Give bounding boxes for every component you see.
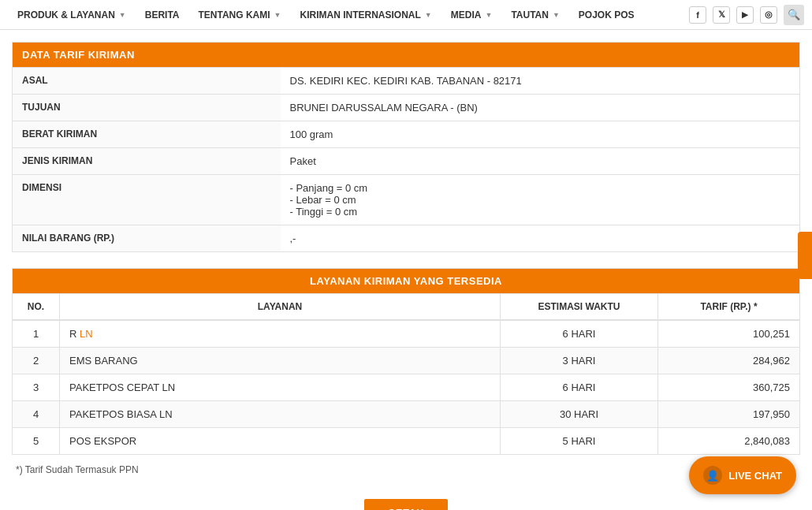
services-header-row: NO. LAYANAN ESTIMASI WAKTU TARIF (RP.) *	[13, 294, 800, 321]
nav-tentang-arrow: ▼	[274, 11, 281, 19]
cell-estimasi-4: 30 HARI	[501, 401, 658, 428]
print-button[interactable]: CETAK	[364, 499, 448, 510]
cell-layanan-2: EMS BARANG	[60, 348, 501, 374]
value-tujuan: BRUNEI DARUSSALAM NEGARA - (BN)	[281, 95, 800, 121]
label-berat: BERAT KIRIMAN	[13, 121, 281, 148]
navbar: PRODUK & LAYANAN ▼ BERITA TENTANG KAMI ▼…	[0, 0, 812, 30]
nav-produk-layanan[interactable]: PRODUK & LAYANAN ▼	[8, 0, 136, 30]
cell-estimasi-2: 3 HARI	[501, 348, 658, 374]
search-icon[interactable]: 🔍	[784, 5, 804, 25]
col-layanan: LAYANAN	[60, 294, 501, 321]
chat-person-icon: 👤	[703, 466, 722, 485]
cell-layanan-1: R LN	[60, 320, 501, 348]
data-tarif-header: DATA TARIF KIRIMAN	[13, 43, 799, 67]
col-no: NO.	[13, 294, 60, 321]
live-chat-button[interactable]: 👤 LIVE CHAT	[689, 456, 796, 494]
live-chat-label: LIVE CHAT	[728, 470, 782, 482]
cell-tarif-1: 100,251	[658, 320, 800, 348]
cell-tarif-5: 2,840,083	[658, 428, 800, 455]
cell-estimasi-5: 5 HARI	[501, 428, 658, 455]
label-asal: ASAL	[13, 68, 281, 95]
cell-no-3: 3	[13, 374, 60, 401]
youtube-icon[interactable]: ▶	[736, 6, 754, 24]
facebook-icon[interactable]: f	[689, 6, 706, 24]
table-row-asal: ASAL DS. KEDIRI KEC. KEDIRI KAB. TABANAN…	[13, 68, 800, 95]
value-jenis: Paket	[281, 148, 800, 175]
nav-produk-arrow: ▼	[119, 11, 126, 19]
nav-kiriman-arrow: ▼	[425, 11, 432, 19]
social-icons: f 𝕏 ▶ ◎ 🔍	[689, 5, 804, 25]
services-table: LAYANAN KIRIMAN YANG TERSEDIA NO. LAYANA…	[12, 268, 800, 455]
cell-tarif-2: 284,962	[658, 348, 800, 374]
cell-no-2: 2	[13, 348, 60, 374]
print-btn-container: CETAK	[12, 499, 800, 510]
table-row-berat: BERAT KIRIMAN 100 gram	[13, 121, 800, 148]
value-dimensi: - Panjang = 0 cm - Lebar = 0 cm - Tinggi…	[281, 175, 800, 225]
layanan-header: LAYANAN KIRIMAN YANG TERSEDIA	[13, 269, 799, 293]
value-berat: 100 gram	[281, 121, 800, 148]
nav-pojok-pos[interactable]: POJOK POS	[569, 0, 644, 30]
cell-no-1: 1	[13, 320, 60, 348]
cell-layanan-5: POS EKSPOR	[60, 428, 501, 455]
label-jenis: JENIS KIRIMAN	[13, 148, 281, 175]
cell-no-5: 5	[13, 428, 60, 455]
nav-tautan-arrow: ▼	[553, 11, 560, 19]
nav-tentang-kami[interactable]: TENTANG KAMI ▼	[189, 0, 291, 30]
cell-no-4: 4	[13, 401, 60, 428]
table-row: 5 POS EKSPOR 5 HARI 2,840,083	[13, 428, 800, 455]
cell-estimasi-3: 6 HARI	[501, 374, 658, 401]
table-row: 3 PAKETPOS CEPAT LN 6 HARI 360,725	[13, 374, 800, 401]
side-tab[interactable]	[798, 232, 812, 279]
cell-tarif-3: 360,725	[658, 374, 800, 401]
link-ln-1[interactable]: LN	[80, 328, 93, 340]
table-row-tujuan: TUJUAN BRUNEI DARUSSALAM NEGARA - (BN)	[13, 95, 800, 121]
table-row-nilai: NILAI BARANG (RP.) ,-	[13, 225, 800, 252]
value-nilai: ,-	[281, 225, 800, 252]
main-content: DATA TARIF KIRIMAN ASAL DS. KEDIRI KEC. …	[0, 30, 812, 510]
nav-berita[interactable]: BERITA	[136, 0, 189, 30]
value-asal: DS. KEDIRI KEC. KEDIRI KAB. TABANAN - 82…	[281, 68, 800, 95]
twitter-icon[interactable]: 𝕏	[713, 6, 730, 24]
col-estimasi: ESTIMASI WAKTU	[501, 294, 658, 321]
col-tarif: TARIF (RP.) *	[658, 294, 800, 321]
data-tarif-table: DATA TARIF KIRIMAN ASAL DS. KEDIRI KEC. …	[12, 42, 800, 252]
table-row: 4 PAKETPOS BIASA LN 30 HARI 197,950	[13, 401, 800, 428]
table-row: 2 EMS BARANG 3 HARI 284,962	[13, 348, 800, 374]
label-tujuan: TUJUAN	[13, 95, 281, 121]
cell-layanan-4: PAKETPOS BIASA LN	[60, 401, 501, 428]
nav-media[interactable]: MEDIA ▼	[441, 0, 502, 30]
cell-layanan-3: PAKETPOS CEPAT LN	[60, 374, 501, 401]
table-row-jenis: JENIS KIRIMAN Paket	[13, 148, 800, 175]
label-nilai: NILAI BARANG (RP.)	[13, 225, 281, 252]
footnote: *) Tarif Sudah Termasuk PPN	[12, 455, 800, 479]
table-row: 1 R LN 6 HARI 100,251	[13, 320, 800, 348]
nav-media-arrow: ▼	[485, 11, 492, 19]
table-row-dimensi: DIMENSI - Panjang = 0 cm - Lebar = 0 cm …	[13, 175, 800, 225]
nav-kiriman-internasional[interactable]: KIRIMAN INTERNASIONAL ▼	[291, 0, 441, 30]
cell-tarif-4: 197,950	[658, 401, 800, 428]
nav-tautan[interactable]: TAUTAN ▼	[501, 0, 568, 30]
instagram-icon[interactable]: ◎	[760, 6, 777, 24]
cell-estimasi-1: 6 HARI	[501, 320, 658, 348]
label-dimensi: DIMENSI	[13, 175, 281, 225]
